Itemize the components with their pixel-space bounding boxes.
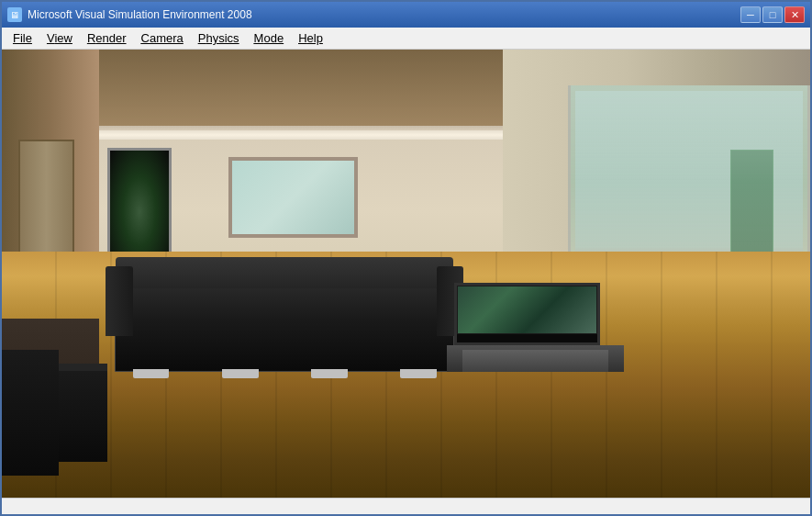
title-bar: 🖥 Microsoft Visual Simulation Environmen… [2, 2, 810, 28]
close-button[interactable]: ✕ [784, 6, 805, 23]
couch-arm-left [106, 266, 132, 336]
menu-view-label: View [47, 31, 72, 45]
tv-stand [462, 350, 608, 372]
back-wall-window [228, 157, 358, 238]
maximize-button[interactable]: □ [762, 6, 783, 23]
window-frame: 🖥 Microsoft Visual Simulation Environmen… [0, 0, 812, 516]
menu-item-file[interactable]: File [6, 28, 39, 49]
menu-camera-label: Camera [141, 31, 184, 45]
dining-chair-2 [2, 350, 59, 476]
menu-item-render[interactable]: Render [80, 28, 134, 49]
painting-artwork [110, 151, 169, 252]
3d-scene [2, 50, 810, 498]
menu-file-label: File [13, 31, 32, 45]
couch [115, 283, 454, 373]
television [454, 283, 600, 345]
menu-item-mode[interactable]: Mode [247, 28, 292, 49]
menu-item-camera[interactable]: Camera [134, 28, 191, 49]
menu-item-help[interactable]: Help [291, 28, 330, 49]
title-controls: ─ □ ✕ [740, 6, 805, 23]
app-icon: 🖥 [7, 7, 22, 22]
couch-leg-2 [222, 369, 259, 378]
menu-help-label: Help [298, 31, 323, 45]
menu-physics-label: Physics [198, 31, 239, 45]
couch-legs [133, 369, 437, 378]
status-bar [2, 498, 810, 514]
couch-back [116, 257, 453, 287]
menu-render-label: Render [87, 31, 127, 45]
menu-mode-label: Mode [254, 31, 284, 45]
couch-leg-1 [133, 369, 170, 378]
menu-bar: File View Render Camera Physics Mode Hel… [2, 28, 810, 50]
minimize-button[interactable]: ─ [740, 6, 761, 23]
couch-leg-4 [400, 369, 437, 378]
menu-item-view[interactable]: View [39, 28, 80, 49]
menu-item-physics[interactable]: Physics [191, 28, 247, 49]
couch-leg-3 [311, 369, 348, 378]
wall-painting [107, 148, 172, 255]
window-title: Microsoft Visual Simulation Environment … [28, 8, 252, 21]
viewport[interactable] [2, 50, 810, 498]
ceiling-light-strip [99, 130, 504, 140]
title-bar-left: 🖥 Microsoft Visual Simulation Environmen… [7, 7, 252, 22]
tv-screen [457, 286, 597, 334]
